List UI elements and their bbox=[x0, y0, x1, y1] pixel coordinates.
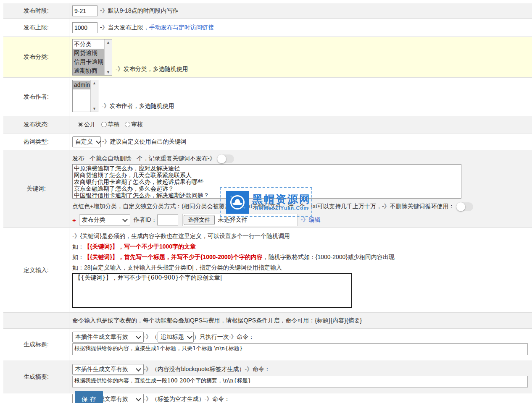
hotword-type-select[interactable]: 自定义 bbox=[72, 136, 101, 147]
gen-title-append-select[interactable]: 追加标题 bbox=[158, 332, 194, 343]
radio-draft[interactable]: 草稿 bbox=[101, 121, 119, 128]
radio-review-text: 审核 bbox=[131, 121, 143, 128]
keywords-label: 关键词: bbox=[3, 150, 69, 228]
publish-author-multiselect[interactable]: admin ▲ ▼ bbox=[72, 80, 98, 112]
edit-link[interactable]: -》编辑 bbox=[301, 216, 321, 224]
hotword-type-label: 热词类型: bbox=[3, 133, 69, 150]
keywords-textarea[interactable]: 中原消费逾期了怎么办，应对及解决途径 网商贷逾期了怎么办，几天会联系紧急联系人 … bbox=[72, 164, 461, 199]
author-id-input[interactable] bbox=[157, 215, 178, 225]
multiselect-scrollbar[interactable]: ▲ ▼ bbox=[104, 39, 112, 75]
radio-checked-icon[interactable] bbox=[78, 122, 83, 127]
row-define-input: 定义输入: -》{关键词}是必须的，生成内容字数也在这里定义，可以设置多个一行一… bbox=[3, 228, 532, 313]
chevron-down-icon bbox=[96, 139, 101, 144]
publish-category-note: -》发布分类，多选随机使用 bbox=[116, 65, 188, 73]
category-option-selected[interactable]: 网贷逾期 bbox=[73, 49, 104, 58]
define-input-example-1: 如：【{关键词}】，写一个不少于1000字的文章 bbox=[72, 241, 532, 252]
file-status-text: 未选择文件 bbox=[218, 216, 248, 224]
row-hotword-type: 热词类型: 自定义 -》建议自定义使用自己的关键词 bbox=[3, 133, 532, 150]
scroll-down-icon[interactable]: ▼ bbox=[92, 107, 96, 111]
keyword-file-input[interactable]: 选择文件 未选择文件 bbox=[182, 214, 298, 226]
category-assign-select[interactable]: 发布分类 bbox=[79, 215, 130, 225]
gen-digest-mode-select[interactable]: 本插件生成文章有效 bbox=[72, 364, 144, 375]
chevron-down-icon bbox=[136, 334, 141, 339]
gen-digest-label: 生成摘要: bbox=[3, 361, 69, 393]
gen-bottom-label bbox=[3, 393, 69, 403]
command-note-label bbox=[3, 313, 69, 328]
example-red-text: 【{关键词}】，写一个不少于1000字的文章 bbox=[84, 243, 196, 250]
radio-public[interactable]: 公开 bbox=[78, 121, 96, 128]
gen-bottom-suffix: -》（标签为空才生成）-》命令： bbox=[144, 395, 230, 403]
choose-file-button[interactable]: 选择文件 bbox=[184, 215, 215, 225]
define-input-textarea[interactable]: 【{关键词}】，并写不少于{600-900}个字的原创文章| bbox=[72, 273, 352, 308]
chevron-down-icon bbox=[136, 366, 141, 372]
example-rest-text: ，随机字数格式如：{1000-2000}减少相同内容出现 bbox=[263, 254, 395, 260]
row-publish-category: 发布分类: 不分类 网贷逾期 信用卡逾期 逾期协商 ▲ ▼ -》发布分类，多选随… bbox=[3, 37, 532, 78]
keyword-loop-toggle[interactable] bbox=[456, 202, 473, 211]
publish-time-note: -》默认9-18点的时间段内写作 bbox=[100, 7, 179, 15]
example-red-text: 【{关键词}】，首先写一个标题，并写不少于{1000-2000}个字的内容 bbox=[84, 254, 263, 260]
save-button[interactable]: 保存 bbox=[75, 391, 103, 403]
auto-delete-note: 发布一个就会自动删除一个，记录重复关键词不发布-》 bbox=[72, 155, 216, 162]
publish-limit-note: -》当天发布上限， bbox=[100, 24, 149, 31]
scroll-up-icon[interactable]: ▲ bbox=[106, 40, 110, 44]
define-input-help: -》{关键词}是必须的，生成内容字数也在这里定义，可以设置多个一行一个随机调用 bbox=[72, 231, 532, 241]
hotword-type-note: -》建议自定义使用自己的关键词 bbox=[102, 138, 187, 146]
publish-time-label: 发布时段: bbox=[3, 3, 69, 18]
category-option[interactable]: 不分类 bbox=[73, 40, 104, 49]
gen-title-mode-value: 本插件生成文章有效 bbox=[75, 333, 128, 341]
category-upload-note: 点红色+增加分类，自定义独立分类方式：(相同分类会被覆盖) 上传txt关键词文件… bbox=[72, 203, 455, 209]
row-gen-title: 生成标题: 本插件生成文章有效 -》（ 追加标题 ）只执行一次-》命令： 根据我… bbox=[3, 329, 532, 361]
scroll-up-icon[interactable]: ▲ bbox=[92, 81, 96, 85]
gen-title-arrow: -》（ bbox=[144, 333, 158, 341]
define-input-label: 定义输入: bbox=[3, 228, 69, 312]
radio-unchecked-icon[interactable] bbox=[125, 122, 130, 127]
auto-delete-toggle[interactable] bbox=[217, 154, 234, 163]
author-option-selected[interactable]: admin bbox=[73, 81, 90, 89]
chevron-down-icon bbox=[136, 396, 141, 401]
gen-title-command-textarea[interactable]: 根据我提供给你的内容，直接生成1个标题，只要1个标题 \n\n{标题} bbox=[72, 343, 528, 355]
chevron-down-icon bbox=[122, 217, 128, 222]
publish-author-label: 发布作者: bbox=[3, 78, 69, 116]
settings-form: 发布时段: -》默认9-18点的时间段内写作 发布上限: -》当天发布上限， 手… bbox=[3, 3, 532, 403]
author-id-label: 作者ID： bbox=[134, 216, 157, 224]
category-assign-value: 发布分类 bbox=[82, 216, 105, 224]
row-publish-author: 发布作者: admin ▲ ▼ -》发布作者，多选随机使用 bbox=[3, 78, 532, 116]
example-prefix: 如： bbox=[72, 254, 84, 260]
row-keywords: 关键词: 发布一个就会自动删除一个，记录重复关键词不发布-》 中原消费逾期了怎么… bbox=[3, 150, 532, 228]
publish-limit-label: 发布上限: bbox=[3, 19, 69, 37]
multiselect-scrollbar[interactable]: ▲ ▼ bbox=[90, 80, 98, 112]
chevron-down-icon bbox=[187, 334, 192, 339]
row-gen-digest: 生成摘要: 本插件生成文章有效 -》（内容没有blockquote标签才生成）-… bbox=[3, 361, 532, 393]
row-publish-limit: 发布上限: -》当天发布上限， 手动发布与定时访问链接 bbox=[3, 19, 532, 37]
row-publish-time: 发布时段: -》默认9-18点的时间段内写作 bbox=[3, 3, 532, 19]
publish-category-multiselect[interactable]: 不分类 网贷逾期 信用卡逾期 逾期协商 ▲ ▼ bbox=[72, 39, 112, 76]
publish-category-label: 发布分类: bbox=[3, 37, 69, 77]
command-note-text: 命令输入也是按字收费的，每个功能都会叠加QPS与费用，请根据QPS条件开启，命令… bbox=[72, 317, 362, 324]
gen-title-append-value: 追加标题 bbox=[161, 333, 184, 341]
radio-draft-text: 草稿 bbox=[108, 121, 119, 128]
gen-title-suffix: ）只执行一次-》命令： bbox=[194, 333, 255, 341]
gen-title-label: 生成标题: bbox=[3, 329, 69, 361]
scroll-down-icon[interactable]: ▼ bbox=[106, 70, 110, 74]
define-input-example-3: 如：28|自定义输入，支持输入开头指定分类ID|，指定分类的关键词使用指定输入 bbox=[72, 262, 532, 273]
category-option-selected[interactable]: 信用卡逾期 bbox=[73, 58, 104, 66]
add-category-icon[interactable]: + bbox=[72, 217, 76, 224]
publish-status-label: 发布状态: bbox=[3, 116, 69, 133]
example-prefix: 如： bbox=[72, 243, 84, 250]
hotword-type-value: 自定义 bbox=[75, 138, 93, 146]
define-input-example-2: 如：【{关键词}】，首先写一个标题，并写不少于{1000-2000}个字的内容，… bbox=[72, 252, 532, 262]
row-command-note: 命令输入也是按字收费的，每个功能都会叠加QPS与费用，请根据QPS条件开启，命令… bbox=[3, 313, 532, 329]
row-publish-status: 发布状态: 公开 草稿 审核 bbox=[3, 116, 532, 133]
manual-publish-link[interactable]: 手动发布与定时访问链接 bbox=[149, 24, 214, 31]
category-option-selected[interactable]: 逾期协商 bbox=[73, 66, 104, 75]
publish-limit-input[interactable] bbox=[72, 22, 97, 33]
gen-digest-mode-value: 本插件生成文章有效 bbox=[75, 366, 128, 373]
radio-public-text: 公开 bbox=[84, 121, 96, 128]
radio-unchecked-icon[interactable] bbox=[101, 122, 107, 127]
publish-time-input[interactable] bbox=[72, 5, 97, 16]
publish-author-note: -》发布作者，多选随机使用 bbox=[102, 102, 174, 110]
radio-review[interactable]: 审核 bbox=[125, 121, 143, 128]
gen-title-mode-select[interactable]: 本插件生成文章有效 bbox=[72, 332, 144, 343]
gen-digest-command-textarea[interactable]: 根据我提供给你的内容，直接生成一段100-200个字的摘要，\n\n{标题} bbox=[72, 376, 528, 387]
gen-digest-suffix: -》（内容没有blockquote标签才生成）-》命令： bbox=[144, 366, 270, 373]
